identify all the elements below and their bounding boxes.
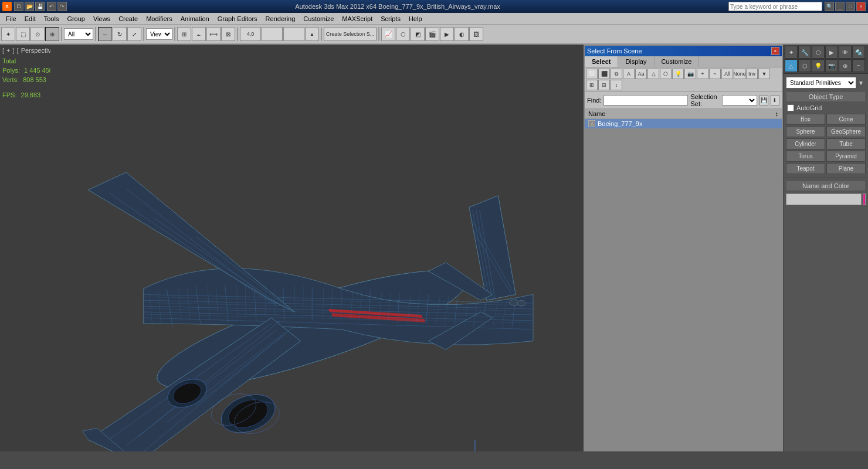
- title-save-btn[interactable]: 💾: [35, 2, 45, 11]
- box-btn[interactable]: Box: [786, 114, 825, 125]
- search-icon[interactable]: 🔍: [825, 2, 834, 11]
- dlg-display-subtree[interactable]: ⊞: [586, 80, 598, 90]
- dlg-all[interactable]: All: [721, 69, 733, 79]
- render-frame-btn[interactable]: 🖼: [469, 27, 483, 41]
- menu-animation[interactable]: Animation: [177, 14, 213, 23]
- utilities-panel-btn[interactable]: 🔩: [852, 46, 865, 59]
- modify-panel-btn[interactable]: 🔧: [798, 46, 811, 59]
- schematic-view-btn[interactable]: ⬡: [396, 27, 410, 41]
- primitives-dropdown[interactable]: Standard Primitives: [786, 77, 856, 89]
- menu-create[interactable]: Create: [115, 14, 141, 23]
- create-panel-btn[interactable]: ✦: [785, 46, 798, 59]
- select-btn[interactable]: ✦: [1, 27, 15, 41]
- mirror-btn[interactable]: ⟺: [206, 27, 221, 41]
- dlg-sort[interactable]: ↕: [611, 80, 622, 90]
- move-btn[interactable]: ⊕: [45, 27, 59, 41]
- name-input[interactable]: [786, 193, 862, 205]
- create-sel-set[interactable]: Create Selection S...: [324, 27, 377, 41]
- ref-coord-dropdown[interactable]: View: [146, 28, 172, 40]
- curve-editor-btn[interactable]: 📈: [381, 27, 395, 41]
- x-field[interactable]: 4,0: [240, 27, 261, 41]
- menu-edit[interactable]: Edit: [21, 14, 39, 23]
- menu-file[interactable]: File: [2, 14, 20, 23]
- render-btn[interactable]: ▶: [440, 27, 454, 41]
- material-editor-btn[interactable]: ◩: [411, 27, 425, 41]
- tab-customize[interactable]: Customize: [655, 56, 700, 67]
- dlg-spacewarps[interactable]: ~: [709, 69, 721, 79]
- sel-set-btn2[interactable]: ⬇: [771, 95, 779, 106]
- torus-btn[interactable]: Torus: [786, 151, 825, 162]
- select-move-btn[interactable]: ↔: [98, 27, 112, 41]
- menu-scripts[interactable]: Scripts: [377, 14, 404, 23]
- sel-set-btn1[interactable]: 💾: [760, 95, 768, 106]
- maximize-btn[interactable]: □: [846, 2, 855, 11]
- menu-group[interactable]: Group: [63, 14, 89, 23]
- cylinder-btn[interactable]: Cylinder: [786, 138, 825, 149]
- dlg-shapes[interactable]: ⬡: [660, 69, 672, 79]
- geosphere-btn[interactable]: GeoSphere: [826, 126, 866, 137]
- selection-set-dropdown[interactable]: [722, 95, 757, 106]
- motion-panel-btn[interactable]: ▶: [825, 46, 838, 59]
- dlg-none[interactable]: None: [734, 69, 745, 79]
- minimize-btn[interactable]: _: [835, 2, 845, 11]
- spinner1[interactable]: ▲: [305, 27, 319, 41]
- menu-tools[interactable]: Tools: [40, 14, 63, 23]
- redo-btn[interactable]: ↷: [57, 2, 67, 11]
- dlg-case[interactable]: Aa: [635, 69, 647, 79]
- array-btn[interactable]: ⊠: [221, 27, 235, 41]
- select-rotate-btn[interactable]: ↻: [113, 27, 127, 41]
- active-shade-btn[interactable]: ◐: [455, 27, 469, 41]
- dlg-helpers[interactable]: +: [697, 69, 708, 79]
- autogrid-checkbox[interactable]: [787, 104, 794, 111]
- tube-btn[interactable]: Tube: [826, 138, 866, 149]
- close-btn[interactable]: ×: [856, 2, 866, 11]
- menu-help[interactable]: Help: [405, 14, 426, 23]
- plane-btn[interactable]: Plane: [826, 163, 866, 174]
- menu-modifiers[interactable]: Modifiers: [143, 14, 176, 23]
- tab-select[interactable]: Select: [585, 56, 618, 67]
- title-new-btn[interactable]: 🗋: [14, 2, 23, 11]
- primitives-dropdown-arrow[interactable]: ▼: [856, 76, 866, 89]
- title-open-btn[interactable]: 📂: [25, 2, 34, 11]
- align-btn[interactable]: ⫠: [192, 27, 206, 41]
- cameras-type-btn[interactable]: 📷: [825, 59, 838, 72]
- cone-btn[interactable]: Cone: [826, 114, 866, 125]
- viewport[interactable]: [ + ] [ Perspective ] [ Shaded + Edged F…: [0, 45, 584, 451]
- z-field[interactable]: [283, 27, 304, 41]
- dlg-select-by-name[interactable]: A: [623, 69, 635, 79]
- undo-btn[interactable]: ↶: [47, 2, 56, 11]
- dlg-select-all[interactable]: ⬜: [586, 69, 598, 79]
- helpers-type-btn[interactable]: ⊕: [839, 59, 852, 72]
- menu-views[interactable]: Views: [90, 14, 114, 23]
- tab-display[interactable]: Display: [618, 56, 654, 67]
- menu-rendering[interactable]: Rendering: [262, 14, 299, 23]
- object-list[interactable]: △ Boeing_777_9x: [585, 119, 782, 450]
- search-input[interactable]: [728, 2, 822, 11]
- menu-maxscript[interactable]: MAXScript: [338, 14, 376, 23]
- dlg-select-subtree[interactable]: ⊟: [598, 80, 610, 90]
- dlg-cameras[interactable]: 📷: [684, 69, 696, 79]
- menu-graph-editors[interactable]: Graph Editors: [214, 14, 261, 23]
- lights-type-btn[interactable]: 💡: [812, 59, 825, 72]
- menu-customize[interactable]: Customize: [300, 14, 337, 23]
- find-input[interactable]: [603, 95, 688, 106]
- pyramid-btn[interactable]: Pyramid: [826, 151, 866, 162]
- dlg-invert2[interactable]: Inv: [746, 69, 758, 79]
- geometry-type-btn[interactable]: △: [785, 59, 798, 72]
- lasso-btn[interactable]: ⊙: [30, 27, 45, 41]
- spacewarp-type-btn[interactable]: ~: [852, 59, 865, 72]
- dlg-lights[interactable]: 💡: [672, 69, 684, 79]
- color-swatch[interactable]: [863, 193, 866, 205]
- dialog-close-button[interactable]: ×: [771, 47, 779, 55]
- teapot-btn[interactable]: Teapot: [786, 163, 825, 174]
- dlg-invert[interactable]: ⧉: [611, 69, 622, 79]
- dlg-geometry[interactable]: △: [647, 69, 659, 79]
- select-region-btn[interactable]: ⬚: [16, 27, 30, 41]
- display-panel-btn[interactable]: 👁: [839, 46, 852, 59]
- list-item[interactable]: △ Boeing_777_9x: [585, 119, 782, 128]
- render-setup-btn[interactable]: 🎬: [425, 27, 439, 41]
- layer-btn[interactable]: ⊞: [177, 27, 191, 41]
- shapes-type-btn[interactable]: ⬡: [798, 59, 811, 72]
- y-field[interactable]: [262, 27, 283, 41]
- select-scale-btn[interactable]: ⤢: [127, 27, 141, 41]
